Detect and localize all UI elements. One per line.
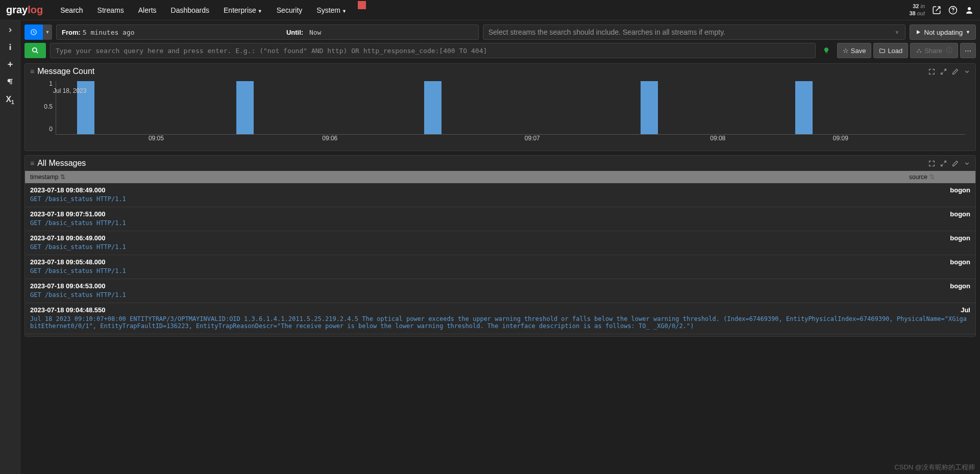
help-icon[interactable] — [948, 6, 958, 15]
table-row[interactable]: 2023-07-18 09:07:51.000bogonGET /basic_s… — [25, 207, 975, 231]
msg-body: GET /basic_status HTTP/1.1 — [30, 267, 970, 275]
chevron-down-icon: ▼ — [895, 30, 900, 35]
nav-system[interactable]: System▼ — [309, 1, 354, 19]
brand-part2: log — [28, 4, 43, 16]
load-button[interactable]: Load — [873, 43, 908, 58]
share-icon — [916, 47, 922, 54]
brand-logo[interactable]: graylog — [6, 4, 43, 16]
all-messages-panel: ≡ All Messages timestamp ⇅ source ⇅ 2023… — [24, 155, 976, 337]
focus-icon[interactable] — [928, 160, 935, 167]
chart-bar[interactable] — [641, 81, 658, 134]
notification-indicator[interactable] — [358, 1, 366, 9]
expand-sidebar-icon[interactable] — [7, 27, 14, 34]
play-icon — [915, 29, 921, 35]
nav-search[interactable]: Search — [53, 1, 90, 19]
streams-select[interactable]: Select streams the search should include… — [483, 24, 905, 40]
table-row[interactable]: 2023-07-18 09:08:49.000bogonGET /basic_s… — [25, 183, 975, 207]
throughput-stats: 32 in 38 out — [909, 3, 925, 16]
lightbulb-icon[interactable] — [823, 47, 830, 54]
nav-enterprise[interactable]: Enterprise▼ — [216, 1, 270, 19]
chart-plot — [56, 81, 965, 135]
column-source[interactable]: source ⇅ — [909, 173, 970, 181]
column-timestamp[interactable]: timestamp ⇅ — [30, 173, 909, 181]
chart-bar[interactable] — [424, 81, 442, 134]
open-external-icon[interactable] — [932, 6, 941, 15]
chart-bar[interactable] — [795, 81, 813, 134]
msg-timestamp: 2023-07-18 09:06:49.000 — [30, 234, 105, 242]
edit-icon[interactable] — [952, 68, 959, 75]
nav-security[interactable]: Security — [270, 1, 310, 19]
table-header-row: timestamp ⇅ source ⇅ — [25, 171, 975, 183]
msg-source: bogon — [950, 234, 970, 242]
chart-area: 10.50 09:0509:0609:0709:0809:09 Jul 18, … — [25, 79, 975, 151]
focus-icon[interactable] — [928, 68, 935, 75]
msg-body: GET /basic_status HTTP/1.1 — [30, 195, 970, 203]
timerange-dropdown[interactable]: ▼ — [43, 24, 52, 40]
timerange-toolbar: ▼ From: 5 minutes ago Until: Now Select … — [24, 24, 976, 40]
msg-timestamp: 2023-07-18 09:04:48.550 — [30, 306, 105, 314]
chart-bar[interactable] — [236, 81, 254, 134]
msg-source: bogon — [950, 210, 970, 218]
expand-icon[interactable] — [940, 68, 947, 75]
timerange-button[interactable] — [24, 24, 43, 40]
svg-marker-8 — [917, 30, 920, 34]
subscript-icon[interactable]: X1 — [6, 95, 14, 105]
svg-point-9 — [33, 48, 37, 52]
update-mode-button[interactable]: Not updating ▼ — [910, 24, 976, 40]
drag-handle-icon[interactable]: ≡ — [30, 67, 34, 76]
nav-streams[interactable]: Streams — [90, 1, 131, 19]
msg-body: GET /basic_status HTTP/1.1 — [30, 291, 970, 298]
msg-source: bogon — [950, 282, 970, 290]
svg-point-2 — [968, 7, 971, 10]
search-toolbar: ☆Save Load Share ⓘ ⋯ — [24, 43, 976, 58]
folder-icon — [879, 47, 886, 54]
expand-icon[interactable] — [940, 160, 947, 167]
drag-handle-icon[interactable]: ≡ — [30, 159, 34, 167]
user-icon[interactable] — [965, 6, 974, 15]
sidebar: X1 — [0, 20, 20, 474]
svg-line-10 — [36, 52, 38, 54]
msg-timestamp: 2023-07-18 09:07:51.000 — [30, 210, 105, 218]
search-button[interactable] — [24, 43, 46, 58]
chart-x-tick: 09:08 — [710, 135, 725, 142]
nav-dashboards[interactable]: Dashboards — [164, 1, 217, 19]
search-input[interactable] — [50, 43, 816, 58]
msg-source: bogon — [950, 258, 970, 266]
share-button[interactable]: Share ⓘ — [910, 43, 958, 58]
save-button[interactable]: ☆Save — [837, 43, 872, 58]
sort-desc-icon: ⇅ — [60, 173, 65, 181]
table-row[interactable]: 2023-07-18 09:04:48.550JulJul 18 2023 09… — [25, 303, 975, 334]
timerange-display[interactable]: From: 5 minutes ago Until: Now — [56, 24, 479, 40]
ellipsis-icon: ⋯ — [965, 47, 971, 55]
nav-items: Search Streams Alerts Dashboards Enterpr… — [53, 1, 366, 19]
edit-icon[interactable] — [952, 160, 959, 167]
paragraph-icon[interactable] — [6, 78, 14, 86]
svg-point-13 — [920, 51, 921, 53]
brand-part1: gray — [6, 4, 28, 16]
table-row[interactable]: 2023-07-18 09:06:49.000bogonGET /basic_s… — [25, 231, 975, 255]
chevron-down-icon[interactable] — [964, 68, 970, 75]
star-icon: ☆ — [843, 47, 849, 55]
svg-rect-4 — [9, 46, 11, 50]
chart-x-tick: 09:09 — [833, 135, 848, 142]
msg-timestamp: 2023-07-18 09:05:48.000 — [30, 258, 105, 266]
svg-point-3 — [9, 44, 11, 45]
nav-alerts[interactable]: Alerts — [131, 1, 164, 19]
chart-y-axis: 10.50 — [30, 79, 53, 133]
msg-body: GET /basic_status HTTP/1.1 — [30, 243, 970, 251]
table-row[interactable]: 2023-07-18 09:04:53.000bogonGET /basic_s… — [25, 279, 975, 303]
top-nav: graylog Search Streams Alerts Dashboards… — [0, 0, 980, 20]
table-row[interactable]: 2023-07-18 09:05:48.000bogonGET /basic_s… — [25, 255, 975, 279]
chart-x-tick: 09:06 — [322, 135, 337, 142]
msg-timestamp: 2023-07-18 09:08:49.000 — [30, 186, 105, 194]
chart-x-tick: 09:05 — [149, 135, 164, 142]
chevron-down-icon[interactable] — [964, 160, 970, 167]
info-icon[interactable] — [6, 43, 14, 51]
messages-list: 2023-07-18 09:08:49.000bogonGET /basic_s… — [25, 183, 975, 336]
panel-title: Message Count — [37, 67, 94, 76]
svg-line-14 — [944, 69, 946, 71]
msg-source: bogon — [950, 186, 970, 194]
more-button[interactable]: ⋯ — [960, 43, 976, 58]
sort-icon: ⇅ — [929, 173, 935, 181]
add-icon[interactable] — [6, 60, 14, 68]
